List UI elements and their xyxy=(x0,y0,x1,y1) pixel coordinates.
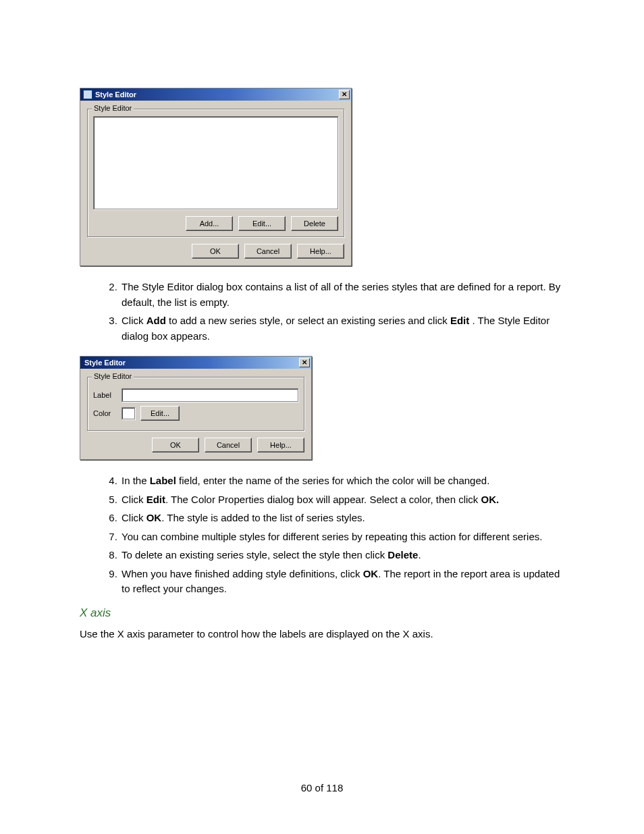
step-text: to add a new series style, or select an … xyxy=(166,315,450,326)
delete-button[interactable]: Delete xyxy=(291,216,338,231)
color-edit-button[interactable]: Edit... xyxy=(140,406,180,421)
style-editor-group: Style Editor Add... Edit... Delete xyxy=(87,109,344,237)
step-bold: Edit xyxy=(146,494,165,505)
group-legend: Style Editor xyxy=(92,372,134,380)
close-icon[interactable]: ✕ xyxy=(339,90,350,99)
step-text: Click xyxy=(122,315,146,326)
cancel-button[interactable]: Cancel xyxy=(205,438,252,452)
step-text: You can combine multiple styles for diff… xyxy=(122,531,542,542)
add-button[interactable]: Add... xyxy=(186,216,233,231)
step-7: You can combine multiple styles for diff… xyxy=(120,529,570,545)
step-4: In the Label field, enter the name of th… xyxy=(120,473,570,489)
step-text: . The Color Properties dialog box will a… xyxy=(165,494,481,505)
step-text: . The style is added to the list of seri… xyxy=(161,512,365,523)
dialog-title: Style Editor xyxy=(95,90,136,99)
step-text: In the xyxy=(122,475,150,486)
style-editor-dialog-list: Style Editor ✕ Style Editor Add... Edit.… xyxy=(80,88,352,266)
titlebar: Style Editor ✕ xyxy=(80,88,351,101)
edit-button[interactable]: Edit... xyxy=(238,216,286,231)
step-bold: Edit xyxy=(450,315,469,326)
help-button[interactable]: Help... xyxy=(257,438,304,452)
step-text: Click xyxy=(122,494,146,505)
step-3: Click Add to add a new series style, or … xyxy=(120,313,570,344)
step-9: When you have finished adding style defi… xyxy=(120,567,570,597)
style-list[interactable] xyxy=(93,116,338,209)
page-number: 60 of 118 xyxy=(0,782,644,793)
style-editor-dialog-edit: Style Editor ✕ Style Editor Label Color … xyxy=(80,356,312,460)
step-bold: Label xyxy=(150,475,176,486)
dialog-title: Style Editor xyxy=(84,359,126,367)
step-text: To delete an existing series style, sele… xyxy=(122,549,387,561)
color-label: Color xyxy=(93,409,116,417)
ok-button[interactable]: OK xyxy=(152,438,199,452)
step-text: Click xyxy=(122,512,146,523)
step-text: field, enter the name of the series for … xyxy=(176,475,489,486)
step-5: Click Edit. The Color Properties dialog … xyxy=(120,492,570,508)
color-swatch[interactable] xyxy=(122,407,135,419)
step-2: The Style Editor dialog box contains a l… xyxy=(120,280,570,310)
titlebar: Style Editor ✕ xyxy=(80,357,311,369)
step-6: Click OK. The style is added to the list… xyxy=(120,511,570,526)
close-icon[interactable]: ✕ xyxy=(299,358,310,367)
app-icon xyxy=(83,90,92,99)
label-label: Label xyxy=(93,391,116,399)
help-button[interactable]: Help... xyxy=(297,244,344,259)
style-editor-group: Style Editor Label Color Edit... xyxy=(87,377,304,431)
step-bold: Add xyxy=(146,315,166,326)
step-bold: OK. xyxy=(481,494,499,505)
step-8: To delete an existing series style, sele… xyxy=(120,548,570,563)
label-input[interactable] xyxy=(122,388,298,402)
instruction-list-a: The Style Editor dialog box contains a l… xyxy=(80,280,570,344)
step-text: . xyxy=(418,549,421,561)
step-bold: Delete xyxy=(387,549,418,561)
step-text: When you have finished adding style defi… xyxy=(122,568,363,579)
step-bold: OK xyxy=(146,512,162,523)
section-paragraph: Use the X axis parameter to control how … xyxy=(80,627,570,642)
instruction-list-b: In the Label field, enter the name of th… xyxy=(80,473,570,597)
step-bold: OK xyxy=(363,568,379,579)
group-legend: Style Editor xyxy=(92,104,134,112)
cancel-button[interactable]: Cancel xyxy=(244,244,292,259)
ok-button[interactable]: OK xyxy=(192,244,239,259)
section-heading-x-axis: X axis xyxy=(80,606,570,620)
step-text: The Style Editor dialog box contains a l… xyxy=(122,281,560,308)
